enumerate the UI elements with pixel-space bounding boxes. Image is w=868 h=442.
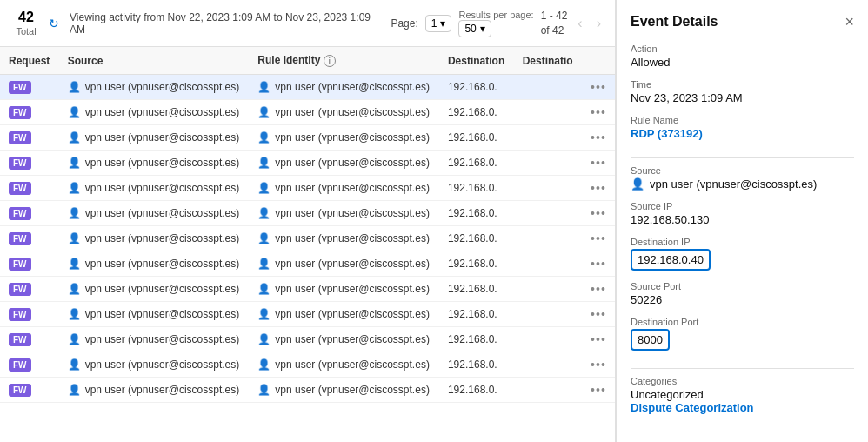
table-row[interactable]: FW 👤 vpn user (vpnuser@ciscosspt.es) 👤 v… — [0, 251, 615, 277]
cell-more[interactable]: ••• — [582, 251, 615, 277]
source-user-icon: 👤 — [631, 177, 644, 191]
col-actions — [582, 47, 615, 75]
action-value: Allowed — [631, 56, 854, 69]
table-row[interactable]: FW 👤 vpn user (vpnuser@ciscosspt.es) 👤 v… — [0, 277, 615, 302]
rule-name-value[interactable]: RDP (373192) — [631, 127, 854, 140]
more-options-button[interactable]: ••• — [591, 80, 606, 94]
more-options-button[interactable]: ••• — [591, 131, 606, 144]
page-select[interactable]: 1 ▾ — [425, 15, 452, 32]
cell-badge: FW — [0, 226, 59, 251]
user-icon: 👤 — [68, 207, 81, 219]
more-options-button[interactable]: ••• — [591, 332, 606, 346]
cell-more[interactable]: ••• — [582, 378, 615, 403]
rule-text: vpn user (vpnuser@ciscosspt.es) — [275, 333, 430, 345]
cell-dest: 192.168.0. — [439, 277, 514, 302]
prev-arrow[interactable]: ‹ — [574, 14, 585, 33]
divider-1 — [631, 157, 854, 158]
more-options-button[interactable]: ••• — [591, 307, 606, 321]
cell-rule: 👤 vpn user (vpnuser@ciscosspt.es) — [249, 251, 439, 277]
table-row[interactable]: FW 👤 vpn user (vpnuser@ciscosspt.es) 👤 v… — [0, 302, 615, 327]
more-options-button[interactable]: ••• — [591, 231, 606, 245]
table-row[interactable]: FW 👤 vpn user (vpnuser@ciscosspt.es) 👤 v… — [0, 378, 615, 403]
rule-user-cell: 👤 vpn user (vpnuser@ciscosspt.es) — [257, 81, 431, 93]
fw-badge: FW — [9, 207, 31, 220]
cell-more[interactable]: ••• — [582, 75, 615, 100]
more-options-button[interactable]: ••• — [591, 282, 606, 296]
source-value: 👤 vpn user (vpnuser@ciscosspt.es) — [631, 177, 854, 191]
table-row[interactable]: FW 👤 vpn user (vpnuser@ciscosspt.es) 👤 v… — [0, 327, 615, 352]
more-options-button[interactable]: ••• — [591, 206, 606, 220]
user-icon: 👤 — [68, 384, 81, 396]
table-row[interactable]: FW 👤 vpn user (vpnuser@ciscosspt.es) 👤 v… — [0, 75, 615, 100]
cell-more[interactable]: ••• — [582, 201, 615, 226]
results-group: Results per page: 50 ▾ — [458, 10, 533, 37]
rule-user-icon: 👤 — [257, 333, 270, 345]
destination-port-label: Destination Port — [631, 317, 854, 327]
rule-user-icon: 👤 — [257, 157, 270, 169]
cell-dest-port — [514, 176, 582, 201]
source-user-cell: 👤 vpn user (vpnuser@ciscosspt.es) — [68, 157, 241, 169]
next-arrow[interactable]: › — [593, 14, 604, 33]
cell-more[interactable]: ••• — [582, 100, 615, 125]
cell-more[interactable]: ••• — [582, 125, 615, 151]
user-icon: 👤 — [68, 182, 81, 194]
close-button[interactable]: × — [845, 14, 854, 30]
refresh-icon[interactable]: ↻ — [49, 17, 59, 30]
source-ip-field: Source IP 192.168.50.130 — [631, 201, 854, 226]
table-row[interactable]: FW 👤 vpn user (vpnuser@ciscosspt.es) 👤 v… — [0, 151, 615, 176]
cell-more[interactable]: ••• — [582, 352, 615, 378]
results-select[interactable]: 50 ▾ — [458, 20, 491, 37]
fw-badge: FW — [9, 157, 31, 170]
cell-badge: FW — [0, 251, 59, 277]
rule-identity-info-icon[interactable]: i — [324, 55, 336, 67]
more-options-button[interactable]: ••• — [591, 257, 606, 271]
cell-rule: 👤 vpn user (vpnuser@ciscosspt.es) — [249, 201, 439, 226]
source-text: vpn user (vpnuser@ciscosspt.es) — [85, 106, 240, 118]
more-options-button[interactable]: ••• — [591, 105, 606, 119]
more-options-button[interactable]: ••• — [591, 358, 606, 372]
cell-dest: 192.168.0. — [439, 352, 514, 378]
rule-user-cell: 👤 vpn user (vpnuser@ciscosspt.es) — [257, 283, 431, 295]
cell-badge: FW — [0, 378, 59, 403]
cell-more[interactable]: ••• — [582, 302, 615, 327]
cell-dest: 192.168.0. — [439, 75, 514, 100]
source-user-text: vpn user (vpnuser@ciscosspt.es) — [650, 177, 817, 191]
cell-badge: FW — [0, 201, 59, 226]
source-user-cell: 👤 vpn user (vpnuser@ciscosspt.es) — [68, 308, 241, 320]
cell-rule: 👤 vpn user (vpnuser@ciscosspt.es) — [249, 100, 439, 125]
cell-more[interactable]: ••• — [582, 176, 615, 201]
cell-dest: 192.168.0. — [439, 201, 514, 226]
destination-ip-label: Destination IP — [631, 237, 854, 247]
cell-rule: 👤 vpn user (vpnuser@ciscosspt.es) — [249, 75, 439, 100]
cell-badge: FW — [0, 352, 59, 378]
cell-more[interactable]: ••• — [582, 327, 615, 352]
rule-name-field: Rule Name RDP (373192) — [631, 115, 854, 140]
table-row[interactable]: FW 👤 vpn user (vpnuser@ciscosspt.es) 👤 v… — [0, 226, 615, 251]
rule-user-icon: 👤 — [257, 232, 270, 244]
action-field: Action Allowed — [631, 44, 854, 69]
table-row[interactable]: FW 👤 vpn user (vpnuser@ciscosspt.es) 👤 v… — [0, 125, 615, 151]
rule-user-icon: 👤 — [257, 207, 270, 219]
panel-title: Event Details — [631, 14, 718, 30]
main-area: 42 Total ↻ Viewing activity from Nov 22,… — [0, 0, 616, 442]
cell-dest-port — [514, 327, 582, 352]
dispute-categorization-link[interactable]: Dispute Categorization — [631, 401, 854, 414]
more-options-button[interactable]: ••• — [591, 181, 606, 195]
user-icon: 👤 — [68, 308, 81, 320]
table-row[interactable]: FW 👤 vpn user (vpnuser@ciscosspt.es) 👤 v… — [0, 201, 615, 226]
more-options-button[interactable]: ••• — [591, 156, 606, 170]
cell-dest-port — [514, 75, 582, 100]
cell-more[interactable]: ••• — [582, 277, 615, 302]
user-icon: 👤 — [68, 283, 81, 295]
rule-user-cell: 👤 vpn user (vpnuser@ciscosspt.es) — [257, 131, 431, 144]
cell-more[interactable]: ••• — [582, 151, 615, 176]
cell-badge: FW — [0, 75, 59, 100]
source-text: vpn user (vpnuser@ciscosspt.es) — [85, 157, 240, 169]
cell-more[interactable]: ••• — [582, 226, 615, 251]
cell-source: 👤 vpn user (vpnuser@ciscosspt.es) — [59, 226, 250, 251]
table-row[interactable]: FW 👤 vpn user (vpnuser@ciscosspt.es) 👤 v… — [0, 352, 615, 378]
table-row[interactable]: FW 👤 vpn user (vpnuser@ciscosspt.es) 👤 v… — [0, 100, 615, 125]
cell-badge: FW — [0, 176, 59, 201]
more-options-button[interactable]: ••• — [591, 383, 606, 397]
table-row[interactable]: FW 👤 vpn user (vpnuser@ciscosspt.es) 👤 v… — [0, 176, 615, 201]
